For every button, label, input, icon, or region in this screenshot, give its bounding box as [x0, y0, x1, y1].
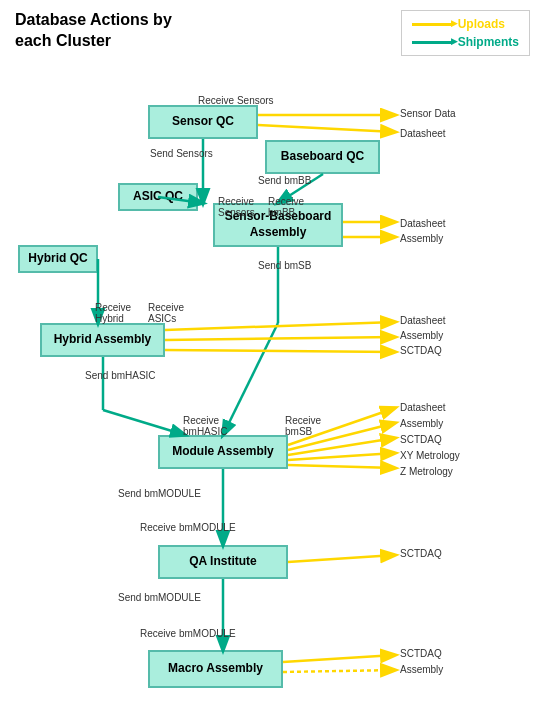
- flow-label-22: Z Metrology: [400, 466, 453, 477]
- svg-line-16: [165, 350, 395, 352]
- svg-line-7: [103, 410, 185, 435]
- flow-label-7: Datasheet: [400, 218, 446, 229]
- legend-shipments: Shipments: [412, 35, 519, 49]
- flow-label-3: Send Sensors: [150, 148, 213, 159]
- flow-label-20: SCTDAQ: [400, 434, 442, 445]
- flow-label-11: Receive ASICs: [148, 302, 184, 324]
- flow-label-28: SCTDAQ: [400, 648, 442, 659]
- svg-line-20: [288, 453, 395, 460]
- macro-assembly-box: Macro Assembly: [148, 650, 283, 688]
- svg-line-24: [283, 670, 395, 672]
- flow-label-18: Datasheet: [400, 402, 446, 413]
- flow-label-14: SCTDAQ: [400, 345, 442, 356]
- module-assembly-box: Module Assembly: [158, 435, 288, 469]
- sensor-qc-box: Sensor QC: [148, 105, 258, 139]
- svg-line-23: [283, 655, 395, 662]
- svg-line-22: [288, 555, 395, 562]
- flow-label-26: Send bmMODULE: [118, 592, 201, 603]
- flow-label-21: XY Metrology: [400, 450, 460, 461]
- flow-label-24: Receive bmMODULE: [140, 522, 236, 533]
- hybrid-assembly-box: Hybrid Assembly: [40, 323, 165, 357]
- svg-line-15: [165, 337, 395, 340]
- asic-qc-box: ASIC QC: [118, 183, 198, 211]
- flow-label-0: Receive Sensors: [198, 95, 274, 106]
- qa-institute-box: QA Institute: [158, 545, 288, 579]
- flow-label-29: Assembly: [400, 664, 443, 675]
- flow-label-1: Sensor Data: [400, 108, 456, 119]
- flow-label-23: Send bmMODULE: [118, 488, 201, 499]
- flow-label-17: Receive bmSB: [285, 415, 321, 437]
- flow-label-15: Send bmHASIC: [85, 370, 156, 381]
- flow-label-6: Receive bmBB: [268, 196, 304, 218]
- svg-line-11: [258, 125, 395, 132]
- flow-label-12: Datasheet: [400, 315, 446, 326]
- flow-label-27: Receive bmMODULE: [140, 628, 236, 639]
- legend: Uploads Shipments: [401, 10, 530, 56]
- flow-label-13: Assembly: [400, 330, 443, 341]
- svg-line-19: [288, 438, 395, 455]
- flow-label-10: Receive Hybrid: [95, 302, 131, 324]
- flow-label-19: Assembly: [400, 418, 443, 429]
- page-title: Database Actions by each Cluster: [15, 10, 172, 52]
- baseboard-qc-box: Baseboard QC: [265, 140, 380, 174]
- hybrid-qc-box: Hybrid QC: [18, 245, 98, 273]
- flow-label-5: Receive Sensors: [218, 196, 255, 218]
- flow-label-25: SCTDAQ: [400, 548, 442, 559]
- legend-uploads: Uploads: [412, 17, 519, 31]
- flow-label-2: Datasheet: [400, 128, 446, 139]
- svg-line-4: [223, 323, 278, 435]
- flow-label-4: Send bmBB: [258, 175, 311, 186]
- svg-line-21: [288, 465, 395, 468]
- svg-line-14: [165, 322, 395, 330]
- flow-label-16: Receive bmHASIC: [183, 415, 227, 437]
- flow-label-9: Send bmSB: [258, 260, 311, 271]
- arrows-overlay: [0, 0, 540, 720]
- flow-label-8: Assembly: [400, 233, 443, 244]
